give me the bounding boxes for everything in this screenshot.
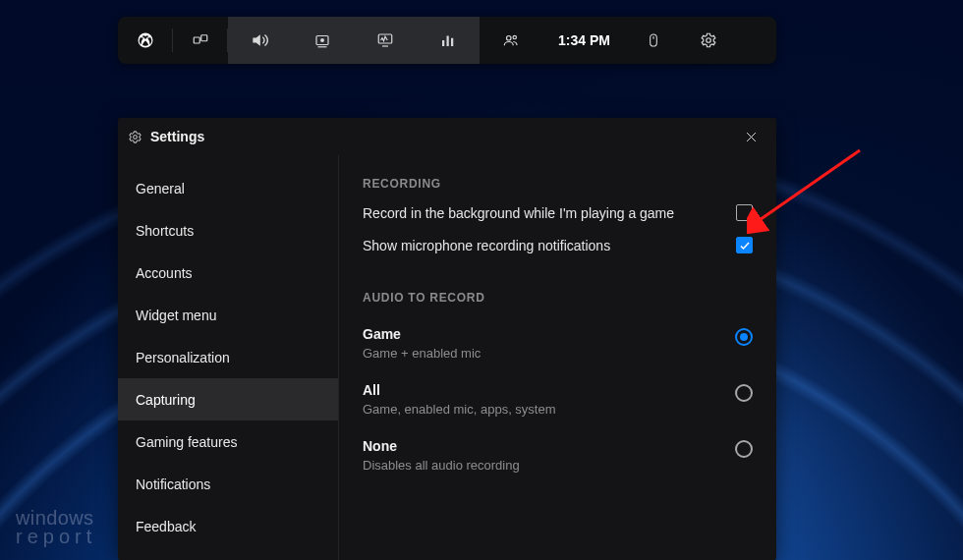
monitor-icon <box>375 31 395 49</box>
sidebar-item-general[interactable]: General <box>118 167 338 209</box>
resources-widget-button[interactable] <box>417 17 480 64</box>
svg-rect-2 <box>201 35 207 41</box>
sidebar-item-label: Widget menu <box>136 308 216 323</box>
settings-content: RECORDING Record in the background while… <box>339 155 776 560</box>
panel-title: Settings <box>150 129 204 144</box>
watermark-line1: windows <box>16 509 96 528</box>
audio-option-group: Game Game + enabled mic All Game, enable… <box>363 318 753 486</box>
settings-panel: Settings General Shortcuts Accounts Widg… <box>118 118 776 560</box>
sidebar-item-feedback[interactable]: Feedback <box>118 505 338 547</box>
svg-rect-8 <box>442 40 444 46</box>
sidebar-item-capturing[interactable]: Capturing <box>118 378 338 420</box>
game-bar-toolbar: 1:34 PM <box>118 17 776 64</box>
section-heading-recording: RECORDING <box>363 177 753 191</box>
mouse-icon <box>646 31 661 49</box>
svg-point-4 <box>320 38 324 42</box>
performance-widget-button[interactable] <box>354 17 417 64</box>
svg-point-11 <box>507 36 512 41</box>
checkbox[interactable] <box>736 237 753 253</box>
widgets-button[interactable] <box>173 17 228 64</box>
close-button[interactable] <box>738 124 765 150</box>
clock: 1:34 PM <box>542 17 626 64</box>
sidebar-item-label: Accounts <box>136 265 193 281</box>
radio[interactable] <box>735 440 753 458</box>
mouse-button[interactable] <box>626 17 681 64</box>
sidebar-item-label: Notifications <box>136 476 210 492</box>
checkbox[interactable] <box>736 204 753 221</box>
sidebar-item-label: Gaming features <box>136 434 238 450</box>
settings-button[interactable] <box>681 17 736 64</box>
capture-icon <box>313 31 331 49</box>
capture-widget-button[interactable] <box>291 17 354 64</box>
audio-option-title: None <box>363 438 520 454</box>
sidebar-item-label: General <box>136 181 185 196</box>
sidebar-item-label: Capturing <box>136 392 196 408</box>
option-mic-notifications[interactable]: Show microphone recording notifications <box>363 237 753 253</box>
chart-bars-icon <box>439 31 457 49</box>
gear-icon <box>700 31 717 49</box>
panel-titlebar: Settings <box>118 118 776 155</box>
widgets-icon <box>192 31 209 49</box>
audio-option-desc: Game, enabled mic, apps, system <box>363 402 556 417</box>
watermark-line2: report <box>16 528 96 546</box>
radio[interactable] <box>735 328 753 346</box>
people-icon <box>501 31 521 49</box>
svg-rect-9 <box>447 36 449 47</box>
sidebar-item-label: Personalization <box>136 350 230 365</box>
audio-widget-button[interactable] <box>228 17 291 64</box>
svg-rect-10 <box>451 38 453 46</box>
audio-option-title: All <box>363 382 556 398</box>
sidebar-item-widget-menu[interactable]: Widget menu <box>118 294 338 336</box>
option-label: Record in the background while I'm playi… <box>363 205 674 221</box>
audio-option-none[interactable]: None Disables all audio recording <box>363 430 753 486</box>
sidebar-item-label: Feedback <box>136 519 196 534</box>
sidebar-item-accounts[interactable]: Accounts <box>118 252 338 294</box>
speaker-icon <box>250 30 269 50</box>
option-record-background[interactable]: Record in the background while I'm playi… <box>363 204 753 221</box>
svg-point-12 <box>513 35 516 38</box>
option-label: Show microphone recording notifications <box>363 238 610 253</box>
sidebar-item-notifications[interactable]: Notifications <box>118 463 338 505</box>
watermark: windows report <box>16 509 96 546</box>
section-heading-audio: AUDIO TO RECORD <box>363 291 753 305</box>
sidebar-item-shortcuts[interactable]: Shortcuts <box>118 209 338 252</box>
gear-icon <box>128 130 142 144</box>
audio-option-desc: Disables all audio recording <box>363 458 520 473</box>
close-icon <box>744 130 759 144</box>
sidebar-item-label: Shortcuts <box>136 223 194 239</box>
audio-option-desc: Game + enabled mic <box>363 346 481 361</box>
svg-rect-13 <box>651 34 657 46</box>
svg-rect-1 <box>194 37 199 43</box>
audio-option-all[interactable]: All Game, enabled mic, apps, system <box>363 374 753 430</box>
svg-point-16 <box>134 135 138 139</box>
xbox-icon <box>137 31 154 49</box>
audio-option-game[interactable]: Game Game + enabled mic <box>363 318 753 374</box>
radio[interactable] <box>735 384 753 402</box>
sidebar-item-gaming-features[interactable]: Gaming features <box>118 420 338 463</box>
xbox-social-button[interactable] <box>480 17 542 64</box>
svg-point-15 <box>707 38 711 43</box>
sidebar-item-personalization[interactable]: Personalization <box>118 336 338 378</box>
settings-sidebar: General Shortcuts Accounts Widget menu P… <box>118 155 339 560</box>
audio-option-title: Game <box>363 326 481 342</box>
xbox-button[interactable] <box>118 17 173 64</box>
